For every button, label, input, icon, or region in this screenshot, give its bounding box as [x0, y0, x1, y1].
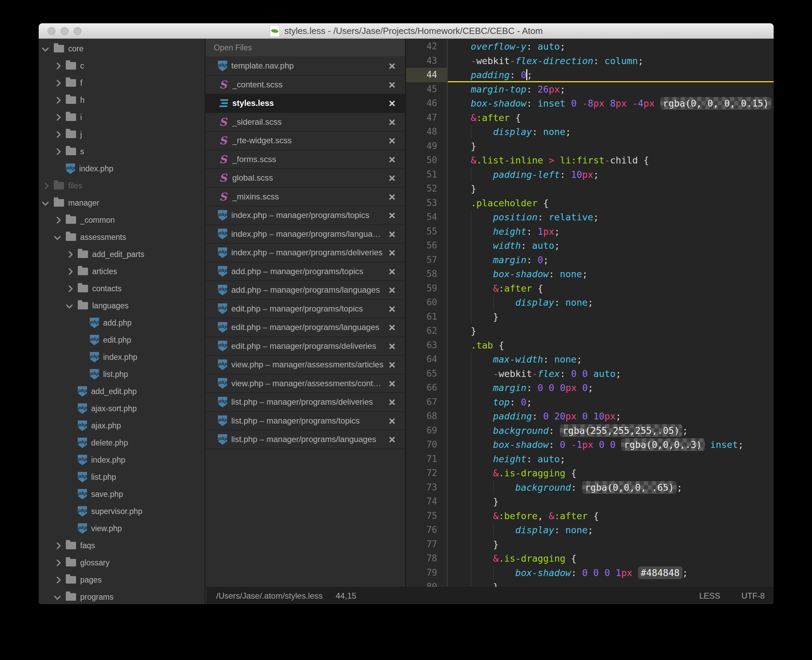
line-number[interactable]: 42 — [406, 40, 448, 54]
open-file-item[interactable]: phpedit.php – manager/programs/topics× — [206, 300, 405, 319]
code-text[interactable]: overflow-y: auto; — [448, 40, 774, 54]
tree-item-pages[interactable]: pages — [39, 571, 205, 589]
close-file-icon[interactable]: × — [389, 284, 395, 296]
tree-item-j[interactable]: j — [39, 126, 205, 143]
line-number[interactable]: 45 — [406, 82, 448, 97]
open-file-item[interactable]: S_rte-widget.scss× — [206, 132, 405, 151]
line-number[interactable]: 58 — [406, 267, 448, 281]
line-number[interactable]: 50 — [406, 153, 448, 168]
line-number[interactable]: 62 — [406, 324, 448, 338]
code-text[interactable]: box-shadow: none; — [448, 267, 774, 281]
code-text[interactable]: &:before, &:after { — [448, 509, 774, 523]
line-number[interactable]: 66 — [406, 381, 448, 395]
tree-item-programs[interactable]: programs — [39, 589, 205, 604]
tree-item-ajax.php[interactable]: phpajax.php — [39, 417, 205, 434]
open-file-item[interactable]: styles.less× — [206, 94, 405, 113]
code-text[interactable]: &.is-dragging { — [448, 551, 774, 566]
tree-item-i[interactable]: i — [39, 109, 205, 126]
line-number[interactable]: 55 — [406, 224, 448, 239]
tree-item-c[interactable]: c — [39, 57, 205, 75]
minimize-window-button[interactable] — [61, 27, 68, 35]
tree-item-faqs[interactable]: faqs — [39, 537, 205, 554]
open-file-item[interactable]: phplist.php – manager/programs/languages… — [206, 430, 405, 449]
open-file-item[interactable]: phpindex.php – manager/programs/topics× — [206, 206, 405, 225]
code-text[interactable]: background: rgba(0,0,0, .65); — [448, 481, 774, 495]
line-number[interactable]: 63 — [406, 338, 448, 352]
tree-item-manager[interactable]: manager — [39, 194, 205, 211]
code-text[interactable]: display: none; — [448, 125, 774, 139]
chevron-down-icon[interactable] — [54, 595, 66, 599]
code-text[interactable]: &.list-inline > li:first-child { — [448, 153, 774, 168]
tree-item-index.php[interactable]: phpindex.php — [39, 160, 205, 177]
open-file-item[interactable]: phptemplate.nav.php× — [206, 57, 405, 76]
open-file-item[interactable]: phpview.php – manager/assessments/articl… — [206, 356, 405, 374]
chevron-right-icon[interactable] — [54, 98, 66, 103]
close-window-button[interactable] — [48, 27, 56, 35]
tree-item-list.php[interactable]: phplist.php — [39, 366, 205, 383]
line-number[interactable]: 74 — [406, 495, 448, 509]
code-text[interactable]: -webkit-flex-direction: column; — [448, 54, 774, 68]
chevron-right-icon[interactable] — [66, 286, 78, 291]
code-text[interactable]: .placeholder { — [448, 196, 774, 210]
code-text[interactable]: margin-top: 26px; — [448, 82, 774, 97]
tree-item-edit.php[interactable]: phpedit.php — [39, 332, 205, 349]
line-number[interactable]: 68 — [406, 409, 448, 424]
line-number[interactable]: 73 — [406, 481, 448, 495]
open-file-item[interactable]: phpedit.php – manager/programs/deliverie… — [206, 337, 405, 356]
code-text[interactable]: } — [448, 537, 774, 552]
chevron-down-icon[interactable] — [42, 47, 54, 51]
open-file-item[interactable]: phpadd.php – manager/programs/topics× — [206, 262, 405, 281]
code-text[interactable]: padding: 0 20px 0 10px; — [448, 409, 774, 424]
open-file-item[interactable]: phpedit.php – manager/programs/languages… — [206, 318, 405, 337]
close-file-icon[interactable]: × — [389, 359, 395, 370]
close-file-icon[interactable]: × — [389, 321, 395, 333]
chevron-down-icon[interactable] — [54, 235, 66, 239]
code-text[interactable]: width: auto; — [448, 238, 774, 253]
chevron-right-icon[interactable] — [54, 149, 66, 154]
line-number[interactable]: 49 — [406, 139, 448, 154]
chevron-down-icon[interactable] — [42, 201, 54, 205]
open-file-item[interactable]: phplist.php – manager/programs/deliverie… — [206, 393, 405, 412]
chevron-right-icon[interactable] — [54, 543, 66, 548]
close-file-icon[interactable]: × — [389, 135, 395, 146]
tree-item-files[interactable]: files — [39, 177, 205, 194]
open-file-item[interactable]: phplist.php – manager/programs/topics× — [206, 412, 405, 431]
code-text[interactable]: &:after { — [448, 111, 774, 125]
chevron-right-icon[interactable] — [54, 115, 66, 120]
code-text[interactable]: margin: 0; — [448, 253, 774, 267]
code-text[interactable]: -webkit-flex: 0 0 auto; — [448, 366, 774, 381]
tree-item-list.php[interactable]: phplist.php — [39, 468, 205, 485]
close-file-icon[interactable]: × — [389, 60, 395, 71]
line-number[interactable]: 46 — [406, 96, 448, 111]
close-file-icon[interactable]: × — [389, 266, 395, 277]
code-text[interactable]: } — [448, 139, 774, 154]
line-number[interactable]: 70 — [406, 438, 448, 452]
code-text[interactable]: box-shadow: 0 -1px 0 0 rgba(0,0,0,.3) in… — [448, 438, 774, 452]
status-cursor-position[interactable]: 44,15 — [336, 591, 356, 601]
line-number[interactable]: 53 — [406, 196, 448, 210]
line-number[interactable]: 71 — [406, 452, 448, 466]
close-file-icon[interactable]: × — [389, 191, 395, 203]
open-file-item[interactable]: Sglobal.scss× — [206, 169, 405, 188]
line-number[interactable]: 64 — [406, 352, 448, 366]
titlebar[interactable]: styles.less - /Users/Jase/Projects/Homew… — [39, 23, 774, 39]
tree-item-add_edit_parts[interactable]: add_edit_parts — [39, 246, 205, 263]
code-text[interactable]: height: 1px; — [448, 224, 774, 239]
line-number[interactable]: 47 — [406, 111, 448, 125]
tree-item-add.php[interactable]: phpadd.php — [39, 314, 205, 332]
tree-item-f[interactable]: f — [39, 75, 205, 92]
open-file-item[interactable]: phpview.php – manager/assessments/contac… — [206, 374, 405, 393]
tree-item-_common[interactable]: _common — [39, 211, 205, 228]
line-number[interactable]: 78 — [406, 551, 448, 566]
code-text[interactable]: .tab { — [448, 338, 774, 352]
open-file-item[interactable]: phpindex.php – manager/programs/deliveri… — [206, 244, 405, 262]
tree-item-h[interactable]: h — [39, 92, 205, 109]
chevron-right-icon[interactable] — [54, 132, 66, 137]
code-text[interactable]: position: relative; — [448, 210, 774, 224]
tree-item-articles[interactable]: articles — [39, 263, 205, 280]
line-number[interactable]: 67 — [406, 395, 448, 409]
open-file-item[interactable]: S_siderail.scss× — [206, 113, 405, 132]
close-file-icon[interactable]: × — [389, 433, 395, 445]
code-text[interactable]: } — [448, 182, 774, 196]
code-text[interactable]: padding-left: 10px; — [448, 168, 774, 182]
